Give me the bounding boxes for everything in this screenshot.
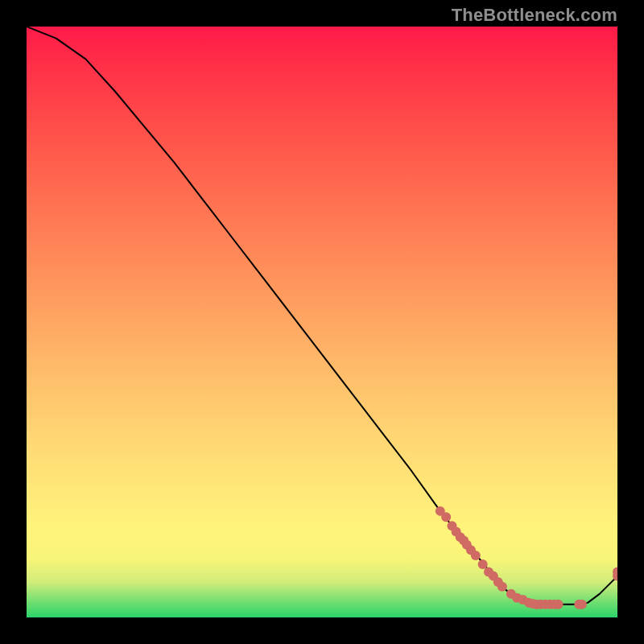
bottleneck-curve [27,27,617,605]
watermark-text: TheBottleneck.com [452,5,617,26]
highlight-dot [471,551,481,560]
highlight-dot [554,600,564,609]
highlight-dot [478,559,488,569]
highlight-dot [441,512,451,522]
highlight-dots [436,506,617,609]
highlight-dot [497,582,507,592]
curve-layer [27,27,617,617]
highlight-dot [577,600,587,609]
bottleneck-plot [27,27,617,617]
